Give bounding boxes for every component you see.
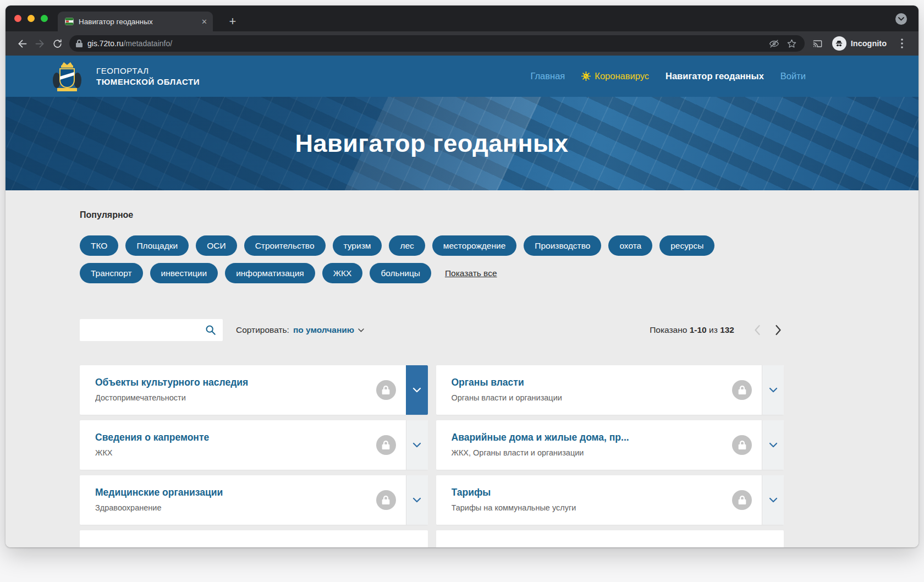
dataset-title[interactable]: Аварийные дома и жилые дома, пр...: [452, 432, 733, 443]
nav-coronavirus[interactable]: Коронавирус: [581, 71, 649, 81]
close-window-button[interactable]: [14, 15, 21, 22]
expand-card-button[interactable]: [406, 420, 428, 470]
site-header: ГЕОПОРТАЛ ТЮМЕНСКОЙ ОБЛАСТИ Главная Коро…: [6, 56, 919, 97]
dataset-title[interactable]: Объекты культурного наследия: [95, 377, 376, 388]
expand-card-button[interactable]: [406, 475, 428, 525]
results-count: Показано 1-10 из 132: [650, 325, 734, 335]
tag-pill[interactable]: месторождение: [432, 235, 517, 256]
list-controls: Сортировать: по умолчанию Показано 1-10 …: [80, 319, 784, 341]
lock-icon: [376, 435, 396, 455]
browser-toolbar: gis.72to.ru/metadatainfo/ Incognito: [6, 31, 919, 56]
tag-pill[interactable]: Производство: [524, 235, 601, 256]
popular-tags: ТКО Площадки ОСИ Строительство туризм ле…: [80, 235, 745, 283]
lock-icon: [732, 380, 752, 400]
sort-label: Сортировать:: [236, 325, 289, 335]
close-tab-icon[interactable]: ✕: [201, 18, 207, 25]
tag-pill[interactable]: инвестиции: [150, 263, 218, 283]
tag-pill[interactable]: Транспорт: [80, 263, 143, 283]
secure-lock-icon[interactable]: [76, 40, 82, 47]
site-nav: Главная Коронавирус Навигатор геоданных …: [530, 71, 806, 81]
lock-icon: [732, 490, 752, 510]
lock-icon: [376, 490, 396, 510]
virus-icon: [581, 72, 591, 81]
window-controls: [14, 15, 48, 22]
new-tab-button[interactable]: +: [225, 14, 240, 29]
dataset-card: Органы власти Органы власти и организаци…: [436, 365, 784, 415]
page-viewport: ГЕОПОРТАЛ ТЮМЕНСКОЙ ОБЛАСТИ Главная Коро…: [6, 56, 919, 547]
sort-control: Сортировать: по умолчанию: [236, 325, 364, 335]
dataset-card: Медицинские организации Здравоохранение: [80, 475, 428, 525]
dataset-cards: Объекты культурного наследия Достопримеч…: [80, 365, 784, 547]
dataset-subtitle: Достопримечательности: [95, 393, 376, 402]
dataset-card: Тарифы Тарифы на коммунальные услуги: [436, 475, 784, 525]
back-icon[interactable]: [13, 35, 31, 52]
show-all-link[interactable]: Показать все: [445, 268, 497, 278]
main-content: Популярное ТКО Площадки ОСИ Строительств…: [6, 190, 919, 547]
lock-icon: [376, 380, 396, 400]
tag-pill[interactable]: лес: [389, 235, 425, 256]
search-box: [80, 319, 223, 341]
tag-pill[interactable]: больницы: [370, 263, 431, 283]
tag-pill[interactable]: ТКО: [80, 235, 118, 256]
next-page-icon[interactable]: [773, 323, 784, 337]
dataset-card: Сведения о капремонте ЖКХ: [80, 420, 428, 470]
tab-search-icon[interactable]: [895, 13, 907, 25]
cast-icon[interactable]: [809, 35, 827, 52]
expand-card-button[interactable]: [762, 475, 784, 525]
nav-coronavirus-label: Коронавирус: [595, 71, 649, 81]
tag-pill[interactable]: туризм: [333, 235, 382, 256]
logo-line-2: ТЮМЕНСКОЙ ОБЛАСТИ: [96, 77, 200, 86]
tag-pill[interactable]: ОСИ: [196, 235, 237, 256]
expand-card-button[interactable]: [762, 420, 784, 470]
popular-heading: Популярное: [80, 210, 784, 220]
logo-line-1: ГЕОПОРТАЛ: [96, 66, 200, 75]
expand-card-button[interactable]: [406, 365, 428, 415]
dataset-subtitle: ЖКХ: [95, 448, 376, 457]
tab-title: Навигатор геоданных: [79, 18, 196, 26]
dataset-title[interactable]: Тарифы: [452, 487, 733, 498]
search-icon[interactable]: [199, 319, 223, 341]
tag-pill[interactable]: охота: [608, 235, 652, 256]
nav-home[interactable]: Главная: [530, 71, 565, 81]
reload-icon[interactable]: [48, 35, 66, 52]
dataset-card-partial: [436, 530, 784, 547]
nav-geodata-navigator[interactable]: Навигатор геоданных: [666, 71, 764, 81]
eye-blocked-icon[interactable]: [768, 37, 780, 50]
browser-tab[interactable]: Навигатор геоданных ✕: [58, 12, 213, 31]
incognito-label: Incognito: [851, 39, 887, 48]
expand-card-button[interactable]: [762, 365, 784, 415]
dataset-title[interactable]: Сведения о капремонте: [95, 432, 376, 443]
dataset-subtitle: ЖКХ, Органы власти и организации: [452, 448, 733, 457]
dataset-title[interactable]: Медицинские организации: [95, 487, 376, 498]
dataset-title[interactable]: Органы власти: [452, 377, 733, 388]
incognito-icon: [832, 36, 846, 51]
tag-pill[interactable]: информатизация: [225, 263, 315, 283]
hero-banner: Навигатор геоданных: [6, 97, 919, 190]
nav-login[interactable]: Войти: [780, 71, 806, 81]
coat-of-arms-logo[interactable]: [52, 61, 82, 92]
tag-pill[interactable]: Площадки: [125, 235, 189, 256]
pagination: [752, 323, 784, 337]
minimize-window-button[interactable]: [28, 15, 35, 22]
browser-window: Навигатор геоданных ✕ + gis.72to.ru/meta…: [6, 6, 919, 547]
dataset-card: Аварийные дома и жилые дома, пр... ЖКХ, …: [436, 420, 784, 470]
address-bar[interactable]: gis.72to.ru/metadatainfo/: [69, 35, 805, 52]
browser-menu-icon[interactable]: [893, 35, 911, 52]
incognito-badge: Incognito: [832, 36, 887, 51]
dataset-subtitle: Органы власти и организации: [452, 393, 733, 402]
bookmark-star-icon[interactable]: [785, 37, 798, 50]
dataset-card-partial: [80, 530, 428, 547]
tag-pill[interactable]: Строительство: [244, 235, 326, 256]
forward-icon[interactable]: [31, 35, 48, 52]
chevron-down-icon[interactable]: [358, 328, 364, 332]
tag-pill[interactable]: ЖКХ: [322, 263, 363, 283]
search-input[interactable]: [80, 319, 199, 341]
url-text: gis.72to.ru/metadatainfo/: [87, 39, 172, 48]
tag-pill[interactable]: ресурсы: [659, 235, 714, 256]
dataset-subtitle: Здравоохранение: [95, 503, 376, 512]
lock-icon: [732, 435, 752, 455]
sort-value-dropdown[interactable]: по умолчанию: [293, 325, 354, 335]
zoom-window-button[interactable]: [41, 15, 48, 22]
dataset-card: Объекты культурного наследия Достопримеч…: [80, 365, 428, 415]
prev-page-icon[interactable]: [752, 323, 762, 337]
